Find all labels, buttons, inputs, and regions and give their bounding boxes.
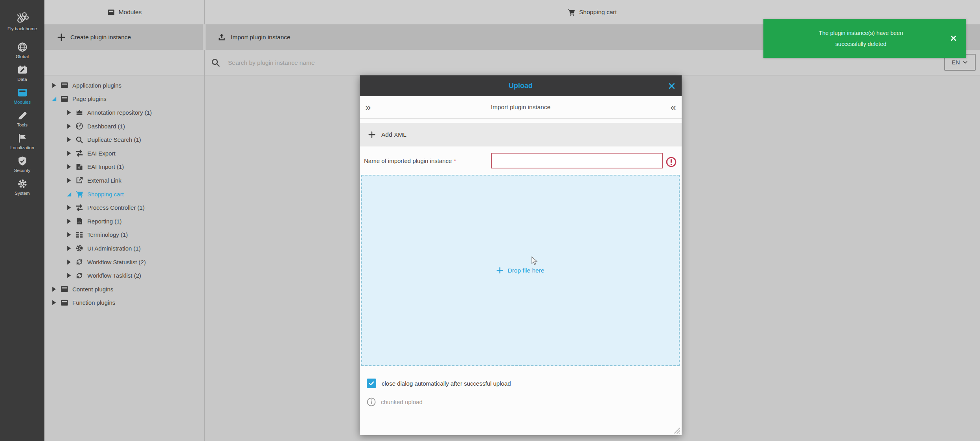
tree-item-workflow-statuslist-2[interactable]: Workflow Statuslist (2) — [44, 255, 204, 269]
expand-caret-icon[interactable] — [66, 177, 72, 183]
import-plugin-instance-button[interactable]: Import plugin instance — [218, 24, 291, 50]
expand-panel-right-icon[interactable]: » — [360, 102, 376, 112]
required-asterisk: * — [454, 157, 456, 164]
import-plugin-instance-label: Import plugin instance — [231, 34, 291, 41]
sidebar-item-data[interactable]: Data — [0, 62, 44, 85]
tree-item-reporting-1[interactable]: Reporting (1) — [44, 214, 204, 228]
tree-item-content-plugins[interactable]: Content plugins — [44, 282, 204, 296]
magnifier-icon — [75, 136, 83, 144]
name-field-row: Name of imported plugin instance* — [360, 146, 682, 175]
import-doc-icon — [75, 163, 83, 171]
tree-item-duplicate-search-1[interactable]: Duplicate Search (1) — [44, 133, 204, 146]
search-icon — [211, 58, 220, 67]
upload-icon — [218, 33, 226, 41]
tree-item-workflow-tasklist-2[interactable]: Workflow Tasklist (2) — [44, 269, 204, 282]
auto-close-option[interactable]: close dialog automatically after success… — [367, 379, 682, 388]
tree-item-terminology-1[interactable]: Terminology (1) — [44, 228, 204, 242]
dialog-resize-handle[interactable] — [673, 427, 680, 434]
dialog-subheader: » Import plugin instance « — [360, 96, 682, 119]
tree-item-external-link[interactable]: External Link — [44, 174, 204, 187]
upload-dialog-titlebar: Upload — [360, 75, 682, 96]
sidebar-item-localization[interactable]: Localization — [0, 130, 44, 153]
dropzone-label: Drop file here — [507, 267, 544, 274]
tree-item-page-plugins[interactable]: Page plugins — [44, 92, 204, 106]
shield-icon — [17, 156, 28, 166]
sidebar-nav: Fly back home Global Data Modules Tools … — [0, 3, 44, 199]
sidebar-item-fly-back-home[interactable]: Fly back home — [0, 3, 44, 39]
mouse-cursor — [531, 256, 538, 267]
collapse-caret-icon[interactable] — [51, 96, 57, 102]
plugin-tree: Application plugins Page plugins Annotat… — [44, 79, 204, 309]
expand-caret-icon[interactable] — [66, 137, 72, 143]
validation-warning-icon — [666, 157, 677, 167]
collapse-caret-icon[interactable] — [66, 191, 72, 197]
file-dropzone[interactable]: Drop file here — [361, 175, 680, 366]
flag-icon — [17, 133, 28, 143]
expand-caret-icon[interactable] — [66, 259, 72, 265]
drawer-icon — [61, 95, 68, 103]
add-xml-label: Add XML — [381, 131, 406, 138]
sidebar-item-global[interactable]: Global — [0, 39, 44, 62]
toast-close-button[interactable] — [940, 35, 966, 42]
expand-caret-icon[interactable] — [51, 286, 57, 292]
tree-item-eai-import-1[interactable]: EAI Import (1) — [44, 160, 204, 174]
expand-caret-icon[interactable] — [51, 82, 57, 88]
pencil-icon — [17, 110, 28, 121]
expand-caret-icon[interactable] — [51, 300, 57, 306]
expand-caret-icon[interactable] — [66, 164, 72, 170]
expand-caret-icon[interactable] — [66, 218, 72, 224]
plugin-tree-list: Application plugins Page plugins Annotat… — [44, 79, 204, 309]
imported-plugin-name-input[interactable] — [491, 153, 663, 168]
drop-file-button[interactable]: Drop file here — [496, 267, 544, 274]
sidebar-item-security[interactable]: Security — [0, 153, 44, 176]
expand-caret-icon[interactable] — [66, 245, 72, 251]
auto-close-label: close dialog automatically after success… — [382, 380, 511, 387]
globe-icon — [17, 42, 28, 52]
tree-item-annotation-repository-1[interactable]: Annotation repository (1) — [44, 106, 204, 119]
tree-item-dashboard-1[interactable]: Dashboard (1) — [44, 119, 204, 133]
dialog-footer: close dialog automatically after success… — [360, 366, 682, 435]
columns-icon — [75, 231, 83, 239]
shopping-cart-icon — [568, 9, 575, 16]
expand-caret-icon[interactable] — [66, 273, 72, 278]
check-icon — [368, 380, 375, 386]
sidebar-item-modules[interactable]: Modules — [0, 85, 44, 108]
expand-caret-icon[interactable] — [66, 232, 72, 238]
sidebar-item-tools[interactable]: Tools — [0, 108, 44, 130]
collapse-panel-left-icon[interactable]: « — [665, 102, 682, 112]
plus-icon — [368, 131, 375, 138]
cart-icon — [75, 190, 83, 198]
bee-icon — [15, 11, 30, 24]
workflow-loop-icon — [75, 272, 83, 280]
sidebar: Fly back home Global Data Modules Tools … — [0, 0, 44, 441]
workflow-loop-icon — [75, 258, 83, 266]
create-plugin-instance-button[interactable]: Create plugin instance — [57, 24, 131, 50]
chevron-down-icon — [962, 59, 968, 65]
external-link-icon — [75, 176, 83, 184]
expand-caret-icon[interactable] — [66, 150, 72, 156]
info-icon — [367, 397, 376, 406]
tree-item-application-plugins[interactable]: Application plugins — [44, 79, 204, 92]
add-xml-button[interactable]: Add XML — [360, 123, 682, 146]
auto-close-checkbox[interactable] — [367, 379, 376, 388]
expand-caret-icon[interactable] — [66, 123, 72, 129]
upload-dialog: Upload » Import plugin instance « Add XM… — [360, 75, 682, 435]
tree-item-function-plugins[interactable]: Function plugins — [44, 296, 204, 310]
report-doc-icon — [75, 217, 83, 225]
tree-item-ui-administration-1[interactable]: UI Administration (1) — [44, 242, 204, 255]
sidebar-item-system[interactable]: System — [0, 176, 44, 199]
tree-item-eai-export[interactable]: EAI Export — [44, 146, 204, 160]
tab-modules[interactable]: Modules — [44, 0, 204, 24]
language-label: EN — [952, 59, 960, 66]
toast-message: The plugin instance(s) have been success… — [763, 27, 940, 49]
close-icon — [668, 82, 675, 90]
name-field-label: Name of imported plugin instance* — [364, 146, 456, 175]
tree-item-process-controller-1[interactable]: Process Controller (1) — [44, 201, 204, 214]
panel-divider — [204, 0, 205, 441]
upload-dialog-close-button[interactable] — [662, 82, 682, 90]
search-input[interactable] — [228, 59, 393, 66]
expand-caret-icon[interactable] — [66, 205, 72, 210]
tree-item-shopping-cart[interactable]: Shopping cart — [44, 187, 204, 201]
swap-arrows-icon — [75, 149, 83, 157]
expand-caret-icon[interactable] — [66, 110, 72, 115]
